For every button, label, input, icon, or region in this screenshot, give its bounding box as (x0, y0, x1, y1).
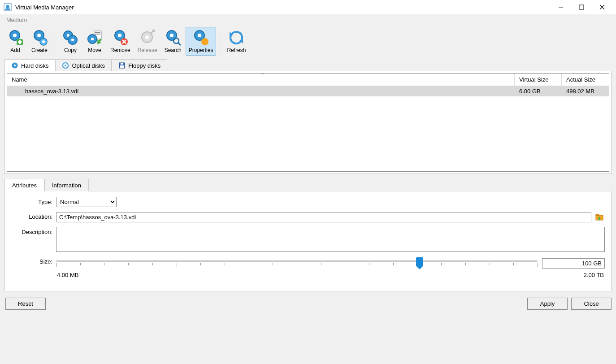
add-button[interactable]: Add (4, 27, 27, 56)
bottom-bar: Reset Apply Close (0, 295, 616, 314)
tab-floppy-disks-label: Floppy disks (128, 62, 161, 69)
tab-hard-disks-label: Hard disks (21, 62, 48, 69)
media-table: ⌃ Name Virtual Size Actual Size hassos_o… (7, 73, 609, 172)
copy-button[interactable]: Copy (59, 27, 82, 56)
search-label: Search (165, 47, 182, 53)
svg-rect-46 (120, 65, 124, 68)
reset-button[interactable]: Reset (5, 298, 46, 310)
properties-button[interactable]: Properties (186, 27, 217, 56)
type-label: Type: (11, 197, 56, 205)
properties-label: Properties (189, 47, 213, 53)
svg-rect-22 (95, 34, 100, 35)
hard-disk-icon (11, 62, 18, 69)
media-list-panel: ⌃ Name Virtual Size Actual Size hassos_o… (4, 71, 612, 174)
apply-button[interactable]: Apply (527, 298, 568, 310)
tab-floppy-disks[interactable]: Floppy disks (112, 59, 167, 71)
table-header: ⌃ Name Virtual Size Actual Size (7, 74, 609, 86)
toolbar-separator (220, 32, 220, 56)
scale-max-label: 2.00 TB (584, 272, 604, 278)
disk-release-icon (139, 29, 156, 46)
disk-remove-icon (112, 29, 129, 46)
app-icon (4, 3, 12, 11)
location-input[interactable] (56, 212, 591, 222)
disk-copy-icon (62, 29, 79, 46)
titlebar: Virtual Media Manager (0, 0, 616, 14)
col-virtual-size[interactable]: Virtual Size (515, 74, 562, 86)
cell-vsize: 6.00 GB (515, 86, 562, 96)
svg-point-26 (118, 34, 121, 37)
svg-point-24 (91, 38, 94, 40)
size-label: Size: (11, 256, 56, 265)
minimize-button[interactable] (551, 0, 571, 14)
toolbar: Add Create Copy Move Remove Release (0, 25, 616, 56)
slider-thumb[interactable] (416, 257, 423, 266)
tab-optical-disks-label: Optical disks (72, 62, 105, 69)
move-button[interactable]: Move (83, 27, 106, 56)
details-tabs: Attributes Information (4, 178, 612, 191)
disk-properties-icon (192, 29, 209, 46)
browse-location-button[interactable] (594, 212, 605, 222)
svg-point-31 (145, 35, 149, 39)
tab-hard-disks[interactable]: Hard disks (4, 59, 55, 71)
svg-point-8 (13, 34, 17, 37)
table-row[interactable]: hassos_ova-3.13.vdi 6.00 GB 498.02 MB (7, 86, 609, 96)
refresh-icon (228, 29, 245, 46)
slider-ticks (56, 263, 538, 267)
search-button[interactable]: Search (161, 27, 185, 56)
move-label: Move (88, 47, 101, 53)
svg-rect-2 (5, 9, 10, 10)
svg-line-35 (178, 43, 181, 45)
copy-label: Copy (64, 47, 77, 53)
size-input[interactable] (542, 258, 605, 269)
svg-rect-45 (121, 63, 123, 65)
attributes-panel: Type: Normal Location: Description: Size… (4, 191, 612, 291)
create-label: Create (31, 47, 48, 53)
menubar: Medium (0, 14, 616, 25)
release-button[interactable]: Release (134, 27, 161, 56)
remove-button[interactable]: Remove (107, 27, 134, 56)
tab-attributes[interactable]: Attributes (4, 179, 44, 191)
menu-medium[interactable]: Medium (4, 16, 30, 24)
window-title: Virtual Media Manager (15, 4, 551, 11)
remove-label: Remove (110, 47, 130, 53)
svg-point-15 (42, 40, 45, 43)
svg-point-13 (37, 34, 41, 37)
svg-point-1 (6, 5, 9, 9)
slider-track (56, 260, 538, 262)
type-select[interactable]: Normal (56, 197, 117, 207)
cell-name: hassos_ova-3.13.vdi (7, 86, 515, 96)
col-name[interactable]: ⌃ Name (7, 74, 515, 86)
tab-information[interactable]: Information (44, 179, 89, 191)
description-input[interactable] (56, 227, 605, 252)
svg-point-43 (65, 65, 66, 66)
cell-asize: 498.02 MB (562, 86, 609, 96)
close-window-button[interactable]: Close (571, 298, 612, 310)
add-label: Add (10, 47, 20, 53)
svg-point-17 (67, 34, 69, 37)
svg-point-37 (198, 34, 201, 37)
disk-move-icon (86, 29, 103, 46)
svg-rect-4 (579, 5, 584, 9)
maximize-button[interactable] (571, 0, 592, 14)
release-label: Release (138, 47, 157, 53)
svg-rect-48 (596, 214, 599, 216)
svg-point-41 (14, 65, 16, 66)
media-tabs: Hard disks Optical disks Floppy disks (0, 57, 616, 71)
optical-disk-icon (62, 62, 69, 69)
disk-add-icon (7, 29, 24, 46)
scale-min-label: 4.00 MB (57, 272, 78, 278)
create-button[interactable]: Create (28, 27, 51, 56)
refresh-button[interactable]: Refresh (224, 27, 249, 56)
disk-create-icon (31, 29, 48, 46)
close-button[interactable] (592, 0, 612, 14)
svg-rect-11 (18, 41, 22, 43)
tab-optical-disks[interactable]: Optical disks (55, 59, 112, 71)
col-actual-size[interactable]: Actual Size (562, 74, 609, 86)
svg-point-19 (71, 39, 74, 41)
location-label: Location: (11, 212, 56, 220)
size-slider[interactable] (56, 256, 538, 270)
floppy-disk-icon (118, 62, 126, 69)
svg-rect-21 (95, 32, 100, 33)
toolbar-separator (55, 32, 55, 56)
refresh-label: Refresh (227, 47, 246, 53)
